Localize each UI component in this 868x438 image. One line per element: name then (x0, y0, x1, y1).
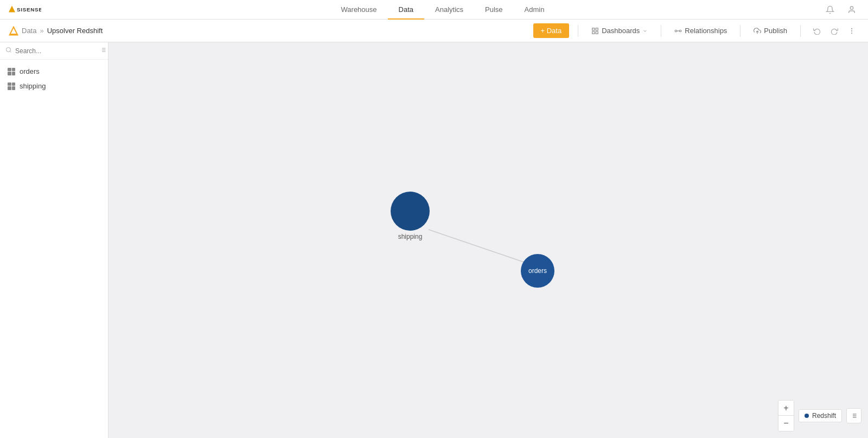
svg-point-8 (680, 30, 682, 32)
orders-node-circle[interactable]: orders (521, 254, 554, 288)
orders-node-text: orders (528, 267, 547, 275)
logo: SISENSE (9, 5, 41, 15)
redshift-label: Redshift (812, 412, 836, 420)
relationships-button[interactable]: Relationships (670, 21, 731, 41)
top-navigation: SISENSE Warehouse Data Analytics Pulse A… (0, 0, 868, 20)
sidebar-search-bar (0, 42, 108, 60)
undo-button[interactable] (809, 23, 825, 39)
zoom-in-button[interactable]: + (778, 401, 794, 416)
toolbar-actions-right (809, 23, 859, 39)
shipping-node-label: shipping (398, 233, 423, 240)
nav-item-analytics[interactable]: Analytics (424, 0, 474, 20)
main-layout: orders shipping shipping (0, 42, 868, 438)
dashboards-chevron-icon (642, 28, 648, 34)
toolbar-separator-2 (661, 25, 661, 37)
redo-button[interactable] (827, 23, 842, 39)
svg-rect-5 (596, 31, 598, 34)
breadcrumb-current: Upsolver Redshift (47, 27, 103, 35)
search-input[interactable] (15, 47, 97, 55)
zoom-controls: + − (778, 400, 794, 431)
dashboards-icon (591, 27, 599, 35)
graph-svg (108, 42, 868, 438)
canvas-area[interactable]: shipping orders + − Redshift (108, 42, 868, 438)
orders-table-icon (8, 68, 15, 75)
shipping-table-icon (8, 82, 15, 90)
graph-node-orders[interactable]: orders (521, 254, 554, 288)
svg-rect-4 (596, 28, 598, 30)
nav-item-pulse[interactable]: Pulse (474, 0, 514, 20)
svg-line-15 (10, 51, 11, 52)
sidebar-search-icon (5, 47, 12, 55)
sisense-logo-icon: SISENSE (9, 5, 41, 15)
dashboards-label: Dashboards (602, 27, 640, 35)
svg-point-7 (675, 30, 677, 32)
toolbar-separator-4 (800, 25, 801, 37)
nav-item-admin[interactable]: Admin (514, 0, 556, 20)
breadcrumb-separator: » (40, 27, 43, 35)
svg-rect-6 (592, 31, 595, 34)
breadcrumb: Data » Upsolver Redshift (9, 26, 103, 36)
nav-item-warehouse[interactable]: Warehouse (330, 0, 388, 20)
toolbar-separator-1 (578, 25, 578, 37)
svg-point-11 (851, 28, 852, 29)
publish-icon (754, 27, 761, 35)
shipping-node-circle[interactable] (391, 192, 430, 231)
notifications-icon[interactable] (822, 2, 838, 17)
nav-items: Warehouse Data Analytics Pulse Admin (63, 0, 822, 20)
logo-text: SISENSE (17, 7, 41, 12)
sidebar-item-orders[interactable]: orders (0, 64, 108, 79)
redshift-dot-icon (805, 414, 809, 418)
svg-rect-3 (592, 28, 595, 30)
add-data-button[interactable]: + Data (533, 23, 570, 38)
sidebar-item-shipping[interactable]: shipping (0, 79, 108, 93)
sidebar-items-list: orders shipping (0, 60, 108, 98)
svg-marker-2 (11, 28, 16, 34)
svg-point-13 (851, 33, 852, 33)
relationships-label: Relationships (685, 27, 727, 35)
svg-marker-0 (9, 5, 15, 12)
toolbar: Data » Upsolver Redshift + Data Dashboar… (0, 20, 868, 42)
zoom-out-button[interactable]: − (778, 416, 794, 431)
publish-button[interactable]: Publish (749, 21, 792, 41)
svg-point-14 (7, 48, 11, 52)
relationships-icon (674, 27, 682, 35)
sidebar-item-shipping-label: shipping (20, 82, 46, 90)
graph-node-shipping[interactable]: shipping (391, 192, 430, 240)
svg-point-12 (851, 30, 852, 31)
nav-right-icons (822, 2, 859, 17)
user-icon[interactable] (844, 2, 859, 17)
breadcrumb-data-icon (9, 26, 18, 36)
bottom-bar: + − Redshift (778, 400, 861, 431)
sidebar-list-icon[interactable] (100, 47, 106, 55)
schema-list-button[interactable] (846, 408, 861, 423)
svg-point-1 (850, 7, 853, 9)
nav-item-data[interactable]: Data (388, 0, 424, 20)
publish-label: Publish (764, 27, 787, 35)
graph-container: shipping orders (108, 42, 868, 438)
sidebar: orders shipping (0, 42, 108, 438)
dashboards-button[interactable]: Dashboards (587, 21, 652, 41)
redshift-badge[interactable]: Redshift (799, 409, 842, 422)
toolbar-separator-3 (740, 25, 741, 37)
more-options-button[interactable] (844, 23, 859, 39)
breadcrumb-data: Data (22, 27, 36, 35)
sidebar-item-orders-label: orders (20, 67, 40, 75)
